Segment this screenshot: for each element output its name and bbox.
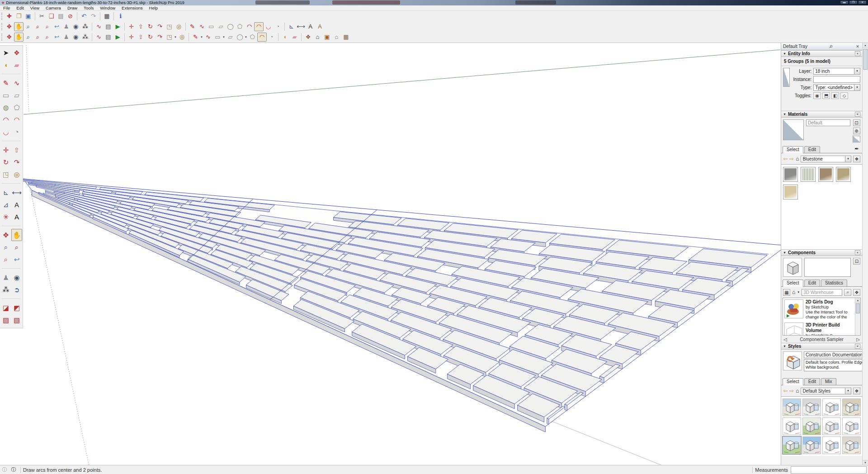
- components-tab-statistics[interactable]: Statistics: [821, 280, 847, 286]
- eraser-icon[interactable]: ▰: [290, 33, 299, 42]
- prev-collection-icon[interactable]: ◁: [783, 337, 787, 342]
- chevron-down-icon[interactable]: ▼: [845, 156, 851, 162]
- in-model-icon[interactable]: ⌂: [796, 388, 799, 394]
- in-model-icon[interactable]: ⌂: [792, 289, 795, 295]
- tray-close-icon[interactable]: ✕: [855, 44, 860, 49]
- axes-icon[interactable]: ✳: [0, 211, 11, 223]
- arc-icon[interactable]: ◠: [0, 114, 11, 126]
- materials-collection-dropdown[interactable]: Bluestone ▼: [801, 156, 851, 162]
- display-pane-icon[interactable]: ⊡: [853, 119, 860, 126]
- scale-icon[interactable]: ◳: [165, 33, 174, 42]
- select-icon[interactable]: ➤: [0, 47, 11, 59]
- position-camera-icon[interactable]: ♟: [0, 271, 11, 284]
- styles-tab-edit[interactable]: Edit: [804, 378, 820, 385]
- details-icon[interactable]: ❖: [853, 289, 860, 296]
- forward-icon[interactable]: ⇨: [789, 156, 794, 161]
- zoom-extents-icon[interactable]: ⌕: [42, 33, 52, 42]
- three-point-arc-icon[interactable]: ◡: [264, 22, 273, 31]
- eraser-icon[interactable]: ▰: [11, 59, 22, 71]
- menu-draw[interactable]: Draw: [64, 5, 80, 10]
- styles-tab-mix[interactable]: Mix: [821, 378, 836, 385]
- styles-collection-dropdown[interactable]: Default Styles ▼: [801, 388, 851, 394]
- styles-close-icon[interactable]: ✕: [855, 344, 860, 349]
- zoom-icon[interactable]: ⌕: [24, 33, 33, 42]
- components-close-icon[interactable]: ✕: [855, 250, 860, 255]
- zoom-previous-icon[interactable]: ↩: [52, 33, 61, 42]
- model-viewport[interactable]: [0, 43, 868, 465]
- section-plane-icon[interactable]: ◪: [0, 302, 11, 314]
- entity-info-header[interactable]: ▼ Entity Info ✕: [781, 50, 862, 57]
- cast-shadows-icon[interactable]: ◇: [840, 92, 848, 99]
- pin-icon[interactable]: ⚲: [828, 43, 835, 50]
- freehand-icon[interactable]: ∿: [11, 77, 22, 89]
- measurements-input[interactable]: [791, 466, 867, 474]
- offset-icon[interactable]: ◎: [11, 168, 22, 180]
- freehand-icon[interactable]: ∿: [197, 22, 207, 31]
- warehouse-icon[interactable]: ▣: [322, 33, 332, 42]
- next-collection-icon[interactable]: ▷: [856, 337, 860, 342]
- chevron-down-icon[interactable]: ▼: [845, 388, 851, 394]
- material-swatch[interactable]: [836, 167, 851, 182]
- scale-icon[interactable]: ◳: [165, 22, 174, 31]
- style-thumbnail[interactable]: [802, 436, 821, 454]
- extension-icon[interactable]: ▦: [341, 33, 351, 42]
- view-options-icon[interactable]: ▦: [783, 289, 790, 296]
- back-icon[interactable]: ⇦: [783, 156, 788, 161]
- move-icon[interactable]: ✛: [0, 144, 11, 156]
- line-icon[interactable]: ✎: [188, 22, 197, 31]
- text-frame-icon[interactable]: ▤: [104, 22, 113, 31]
- turn-icon[interactable]: ➲: [11, 284, 22, 296]
- two-point-arc-icon[interactable]: ◠: [11, 114, 22, 126]
- scale-icon[interactable]: ◳: [0, 168, 11, 180]
- redo-icon[interactable]: ↷: [89, 12, 98, 21]
- polygon-icon[interactable]: ⬠: [235, 22, 245, 31]
- move-icon[interactable]: ✛: [127, 33, 136, 42]
- style-thumbnail[interactable]: [783, 417, 801, 435]
- material-swatch[interactable]: [801, 167, 816, 182]
- chevron-down-icon[interactable]: ▼: [797, 291, 800, 294]
- maximize-button[interactable]: ❐: [849, 0, 858, 5]
- offset-icon[interactable]: ◎: [177, 33, 187, 42]
- zoom-icon[interactable]: ⌕: [0, 241, 11, 253]
- tape-measure-icon[interactable]: ⊾: [287, 22, 296, 31]
- dimension-icon[interactable]: ⟷: [296, 22, 306, 31]
- paste-icon[interactable]: ▤: [56, 12, 66, 21]
- style-thumbnail[interactable]: [822, 398, 841, 416]
- menu-help[interactable]: Help: [146, 5, 161, 10]
- print-icon[interactable]: ▦: [102, 12, 112, 21]
- section-fill-icon[interactable]: ▨: [0, 314, 11, 326]
- arc-icon[interactable]: ◠: [245, 22, 254, 31]
- follow-me-icon[interactable]: ↷: [155, 33, 165, 42]
- locked-toggle-icon[interactable]: ⬒: [822, 92, 830, 99]
- pan-icon[interactable]: ✋: [14, 33, 24, 42]
- menu-camera[interactable]: Camera: [42, 5, 64, 10]
- tray-caption[interactable]: Default Tray ⚲ ✕: [781, 43, 862, 50]
- push-pull-icon[interactable]: ⇧: [11, 144, 22, 156]
- zoom-previous-icon[interactable]: ↩: [11, 253, 22, 265]
- receive-shadows-icon[interactable]: ◧: [831, 92, 839, 99]
- materials-close-icon[interactable]: ✕: [855, 112, 860, 117]
- forward-icon[interactable]: ⇨: [789, 388, 794, 393]
- make-component-icon[interactable]: ❖: [11, 47, 22, 59]
- details-icon[interactable]: ❖: [853, 388, 860, 394]
- style-thumbnail[interactable]: [802, 398, 821, 416]
- credits-icon[interactable]: ⓘ: [9, 466, 18, 473]
- line-icon[interactable]: ✎: [191, 33, 200, 42]
- close-button[interactable]: ✕: [858, 0, 867, 5]
- component-list-scrollbar[interactable]: ▲: [855, 298, 860, 335]
- move-icon[interactable]: ✛: [127, 22, 136, 31]
- position-camera-icon[interactable]: ♟: [61, 22, 71, 31]
- save-icon[interactable]: ▣: [24, 12, 33, 21]
- section-display-icon[interactable]: ◩: [11, 302, 22, 314]
- menu-window[interactable]: Window: [97, 5, 118, 10]
- search-icon[interactable]: ⌕: [844, 289, 851, 296]
- pan-icon[interactable]: ✋: [14, 22, 24, 31]
- styles-header[interactable]: ▼ Styles ✕: [781, 343, 862, 350]
- style-thumbnail[interactable]: [842, 436, 861, 454]
- model-info-icon[interactable]: ℹ: [116, 12, 125, 21]
- component-result-item[interactable]: 3D Printer Build Volumeby SketchUp C: [783, 321, 860, 336]
- components-tab-edit[interactable]: Edit: [804, 280, 820, 286]
- zoom-extents-icon[interactable]: ⌕: [0, 253, 11, 265]
- rotate-icon[interactable]: ↻: [146, 33, 155, 42]
- tray-scrollbar[interactable]: ▲ ▼: [862, 43, 868, 465]
